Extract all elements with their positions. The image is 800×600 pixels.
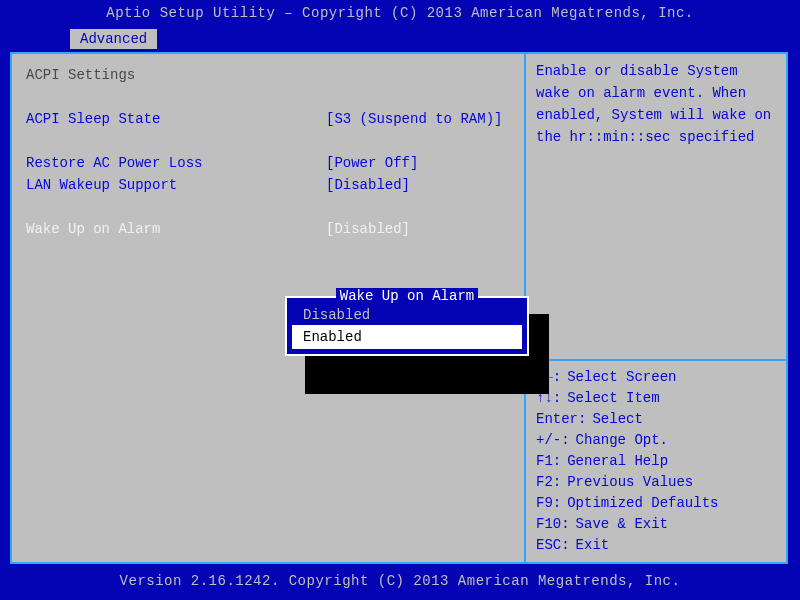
setting-value: [S3 (Suspend to RAM)] [326, 108, 510, 130]
key-desc: Previous Values [567, 472, 693, 493]
setting-value: [Power Off] [326, 152, 510, 174]
setting-label: LAN Wakeup Support [26, 174, 326, 196]
tab-row: Advanced [0, 26, 800, 52]
key-desc: Optimized Defaults [567, 493, 718, 514]
key: F10: [536, 514, 570, 535]
section-heading: ACPI Settings [26, 64, 510, 86]
setting-restore-ac-power-loss[interactable]: Restore AC Power Loss [Power Off] [26, 152, 510, 174]
setting-label: ACPI Sleep State [26, 108, 326, 130]
setting-value: [Disabled] [326, 174, 510, 196]
key-desc: Select [592, 409, 642, 430]
title-bar: Aptio Setup Utility – Copyright (C) 2013… [0, 0, 800, 26]
key: F2: [536, 472, 561, 493]
key-desc: Exit [576, 535, 610, 556]
key: F9: [536, 493, 561, 514]
help-keys: →←:Select Screen ↑↓:Select Item Enter:Se… [536, 367, 776, 556]
setting-label: Restore AC Power Loss [26, 152, 326, 174]
key-desc: Save & Exit [576, 514, 668, 535]
key-desc: Change Opt. [576, 430, 668, 451]
help-description: Enable or disable System wake on alarm e… [536, 60, 776, 148]
key-desc: Select Screen [567, 367, 676, 388]
setting-acpi-sleep-state[interactable]: ACPI Sleep State [S3 (Suspend to RAM)] [26, 108, 510, 130]
footer-bar: Version 2.16.1242. Copyright (C) 2013 Am… [0, 572, 800, 600]
popup-title: Wake Up on Alarm [336, 288, 478, 304]
setting-lan-wakeup-support[interactable]: LAN Wakeup Support [Disabled] [26, 174, 510, 196]
key: ESC: [536, 535, 570, 556]
key-desc: Select Item [567, 388, 659, 409]
setting-value: [Disabled] [326, 218, 510, 240]
key: +/-: [536, 430, 570, 451]
tab-advanced[interactable]: Advanced [70, 29, 157, 49]
key-desc: General Help [567, 451, 668, 472]
popup-option-enabled[interactable]: Enabled [293, 326, 521, 348]
help-panel: Enable or disable System wake on alarm e… [524, 52, 788, 564]
panel-area: ACPI Settings ACPI Sleep State [S3 (Susp… [0, 52, 800, 572]
key: Enter: [536, 409, 586, 430]
help-divider [526, 359, 786, 361]
popup-wake-up-on-alarm: Wake Up on Alarm Disabled Enabled [285, 296, 529, 356]
popup-option-disabled[interactable]: Disabled [293, 304, 521, 326]
setting-label: Wake Up on Alarm [26, 218, 326, 240]
key: F1: [536, 451, 561, 472]
setting-wake-up-on-alarm[interactable]: Wake Up on Alarm [Disabled] [26, 218, 510, 240]
